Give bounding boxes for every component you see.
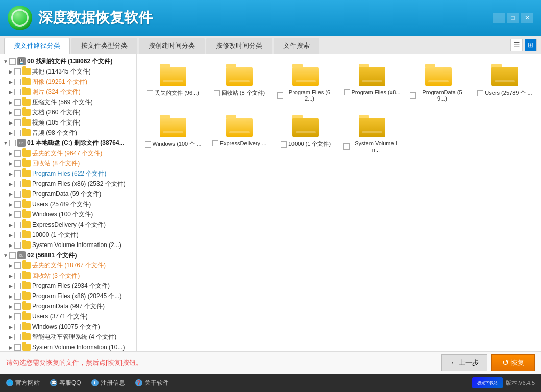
expander-image[interactable]: ▶ <box>7 78 14 85</box>
file-item-recycle[interactable]: 回收站 (8 个文件) <box>208 59 270 106</box>
checkbox-lost01[interactable] <box>14 150 21 157</box>
file-item-pf[interactable]: Program Files (62...) <box>275 59 337 106</box>
expander-video[interactable]: ▶ <box>7 119 14 126</box>
tree-item-10000-01[interactable]: ▶ 10000 (1 个文件) <box>0 230 136 240</box>
checkbox-recycle01[interactable] <box>14 160 21 167</box>
checkbox-users01[interactable] <box>14 201 21 208</box>
tree-item-smartcar02[interactable]: ▶ 智能电动车管理系统 (4 个文件) <box>0 332 136 342</box>
tree-item-pf01[interactable]: ▶ Program Files (622 个文件) <box>0 168 136 179</box>
file-checkbox-lost[interactable] <box>147 90 153 96</box>
expander-win02[interactable]: ▶ <box>7 323 14 330</box>
tree-item-photo[interactable]: ▶ 照片 (324 个文件) <box>0 87 136 97</box>
checkbox-smartcar02[interactable] <box>14 334 21 340</box>
recover-button[interactable]: ↺ 恢复 <box>491 354 535 371</box>
file-item-pfx86[interactable]: Program Files (x8... <box>341 59 403 106</box>
file-checkbox-pd[interactable] <box>410 92 416 99</box>
checkbox-01[interactable] <box>9 140 16 146</box>
checkbox-lost02[interactable] <box>14 262 21 269</box>
tree-item-pfx86-01[interactable]: ▶ Program Files (x86) (2532 个文件) <box>0 179 136 189</box>
checkbox-pfx86-01[interactable] <box>14 181 21 187</box>
expander-02[interactable]: ▼ <box>2 252 9 259</box>
tree-item-pd02[interactable]: ▶ ProgramData (997 个文件) <box>0 301 136 311</box>
tab-type[interactable]: 按文件类型分类 <box>71 38 137 54</box>
tree-item-root-00[interactable]: ▼ 💾 00 找到的文件 (138062 个文件) <box>0 56 136 66</box>
tree-item-pf02[interactable]: ▶ Program Files (2934 个文件) <box>0 281 136 291</box>
expander-10000-01[interactable]: ▶ <box>7 231 14 238</box>
checkbox-svi01[interactable] <box>14 242 21 249</box>
expander-zip[interactable]: ▶ <box>7 99 14 106</box>
tree-item-other[interactable]: ▶ 其他 (114345 个文件) <box>0 66 136 77</box>
tree-item-recycle02[interactable]: ▶ 回收站 (3 个文件) <box>0 271 136 281</box>
expander-00[interactable]: ▼ <box>2 58 9 65</box>
grid-view-button[interactable]: ⊞ <box>525 39 537 51</box>
tree-item-svi01[interactable]: ▶ System Volume Information (2...) <box>0 240 136 250</box>
checkbox-image[interactable] <box>14 79 21 85</box>
footer-link-website[interactable]: 🌐 官方网站 <box>6 379 40 387</box>
file-item-express-grid[interactable]: ExpressDelivery ... <box>208 110 270 157</box>
file-item-windows[interactable]: Windows (100 个 ... <box>142 110 204 157</box>
tree-item-audio[interactable]: ▶ 音频 (98 个文件) <box>0 128 136 138</box>
expander-pfx86-02[interactable]: ▶ <box>7 292 14 300</box>
tree-item-recycle01[interactable]: ▶ 回收站 (8 个文件) <box>0 158 136 168</box>
tree-item-win01[interactable]: ▶ Windows (100 个文件) <box>0 209 136 219</box>
file-item-svi-grid[interactable]: System Volume In... <box>341 110 403 157</box>
checkbox-zip[interactable] <box>14 99 21 106</box>
file-checkbox-windows[interactable] <box>145 141 151 148</box>
checkbox-recycle02[interactable] <box>14 273 21 279</box>
checkbox-02[interactable] <box>9 252 16 259</box>
tree-item-svi02[interactable]: ▶ System Volume Information (10...) <box>0 342 136 351</box>
checkbox-00[interactable] <box>9 58 16 65</box>
file-checkbox-users[interactable] <box>477 90 483 96</box>
checkbox-pd02[interactable] <box>14 303 21 310</box>
expander-recycle01[interactable]: ▶ <box>7 160 14 167</box>
checkbox-pd01[interactable] <box>14 191 21 198</box>
expander-photo[interactable]: ▶ <box>7 88 14 95</box>
expander-lost02[interactable]: ▶ <box>7 262 14 269</box>
tree-item-video[interactable]: ▶ 视频 (105 个文件) <box>0 117 136 128</box>
expander-pd01[interactable]: ▶ <box>7 190 14 198</box>
expander-users02[interactable]: ▶ <box>7 313 14 320</box>
file-checkbox-express[interactable] <box>212 140 218 146</box>
checkbox-svi02[interactable] <box>14 344 21 351</box>
expander-smartcar02[interactable]: ▶ <box>7 333 14 340</box>
expander-pfx86-01[interactable]: ▶ <box>7 180 14 187</box>
file-checkbox-pfx86[interactable] <box>344 89 350 95</box>
tree-item-lost02[interactable]: ▶ 丢失的文件 (18767 个文件) <box>0 260 136 271</box>
checkbox-win01[interactable] <box>14 211 21 218</box>
tree-item-root-02[interactable]: ▼ D: 02 (56881 个文件) <box>0 250 136 260</box>
tree-item-win02[interactable]: ▶ Windows (10075 个文件) <box>0 322 136 332</box>
expander-lost01[interactable]: ▶ <box>7 150 14 157</box>
close-button[interactable]: ✕ <box>521 13 533 23</box>
tree-item-express01[interactable]: ▶ ExpressDelivery (4 个文件) <box>0 219 136 230</box>
checkbox-express01[interactable] <box>14 222 21 228</box>
tree-item-zip[interactable]: ▶ 压缩文件 (569 个文件) <box>0 97 136 107</box>
file-item-10000-grid[interactable]: 10000 (1 个文件) <box>275 110 337 157</box>
expander-other[interactable]: ▶ <box>7 68 14 75</box>
checkbox-users02[interactable] <box>14 313 21 320</box>
expander-pf02[interactable]: ▶ <box>7 282 14 289</box>
expander-pf01[interactable]: ▶ <box>7 170 14 177</box>
tree-item-users01[interactable]: ▶ Users (25789 个文件) <box>0 199 136 209</box>
expander-doc[interactable]: ▶ <box>7 109 14 116</box>
expander-recycle02[interactable]: ▶ <box>7 272 14 279</box>
file-checkbox-recycle[interactable] <box>214 90 220 96</box>
tree-item-pfx86-02[interactable]: ▶ Program Files (x86) (20245 个...) <box>0 291 136 301</box>
tree-item-pd01[interactable]: ▶ ProgramData (59 个文件) <box>0 189 136 199</box>
checkbox-10000-01[interactable] <box>14 232 21 238</box>
checkbox-win02[interactable] <box>14 324 21 330</box>
expander-pd02[interactable]: ▶ <box>7 303 14 310</box>
checkbox-photo[interactable] <box>14 89 21 95</box>
list-view-button[interactable]: ☰ <box>510 39 523 51</box>
tab-path[interactable]: 按文件路径分类 <box>4 38 70 54</box>
tree-item-doc[interactable]: ▶ 文档 (260 个文件) <box>0 107 136 117</box>
checkbox-pf02[interactable] <box>14 283 21 289</box>
tab-modify-time[interactable]: 按修改时间分类 <box>206 38 272 54</box>
footer-link-qq[interactable]: 💬 客服QQ <box>50 379 81 387</box>
expander-svi01[interactable]: ▶ <box>7 241 14 249</box>
expander-users01[interactable]: ▶ <box>7 201 14 208</box>
checkbox-other[interactable] <box>14 68 21 75</box>
tree-item-image[interactable]: ▶ 图像 (19261 个文件) <box>0 77 136 87</box>
file-item-pd[interactable]: ProgramData (59...) <box>407 59 470 106</box>
tree-item-lost01[interactable]: ▶ 丢失的文件 (9647 个文件) <box>0 148 136 158</box>
maximize-button[interactable]: □ <box>507 13 519 23</box>
